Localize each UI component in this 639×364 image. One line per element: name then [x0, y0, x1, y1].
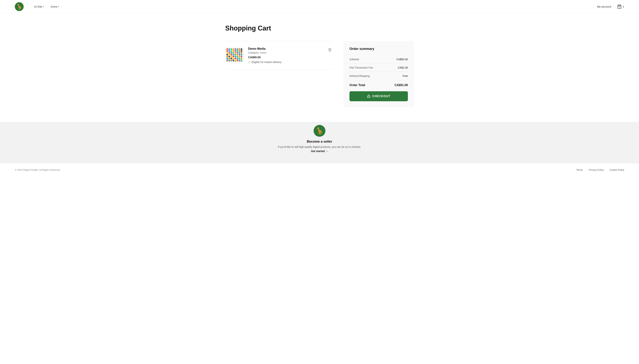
thumbnail-dot: [239, 54, 240, 56]
thumbnail-dot: [233, 54, 234, 56]
thumbnail-dot: [241, 54, 242, 56]
logo-circle: 🦒: [15, 2, 24, 11]
item-info: Demo Media Category: Icons CA$50.00 ✓ El…: [248, 47, 323, 64]
thumbnail-dot: [227, 56, 228, 57]
thumbnail-dot: [235, 56, 236, 57]
main-content: Shopping Cart Demo Media Category: Icons…: [218, 13, 421, 122]
become-seller-content: Become a seller If you'd like to sell hi…: [4, 140, 635, 153]
subtotal-row: Subtotal CA$50.00: [349, 55, 408, 64]
thumbnail-dot: [229, 60, 230, 61]
fee-label: Flat Transaction Fee: [349, 66, 373, 69]
thumbnail-dot: [227, 58, 228, 59]
item-name: Demo Media: [248, 47, 323, 50]
thumbnail-dot: [227, 48, 228, 50]
terms-link[interactable]: Terms: [576, 168, 583, 171]
subtotal-value: CA$50.00: [396, 58, 408, 61]
header-actions: My account 1: [597, 4, 624, 9]
thumbnail-dot: [229, 61, 230, 62]
thumbnail-dot: [239, 56, 240, 57]
nav-item-ui-kits[interactable]: UI Kits ▾: [31, 4, 47, 10]
cart-items-list: Demo Media Category: Icons CA$50.00 ✓ El…: [225, 41, 332, 70]
item-price: CA$50.00: [248, 56, 323, 59]
thumbnail-dot: [235, 60, 236, 61]
thumbnail-dot: [241, 50, 242, 52]
main-nav: UI Kits ▾ Icons ▾: [31, 4, 597, 10]
seller-logo-icon: 🦒: [315, 127, 324, 135]
thumbnail-dot: [231, 60, 232, 61]
thumbnail-dot: [229, 58, 230, 59]
order-summary-title: Order summary: [349, 47, 408, 51]
thumbnail-dot: [231, 58, 232, 59]
my-account-link[interactable]: My account: [597, 5, 611, 8]
copyright-text: © 2024 Digital Giraffe. All Rights Reser…: [15, 168, 60, 171]
cart-layout: Demo Media Category: Icons CA$50.00 ✓ El…: [225, 41, 414, 107]
thumbnail-dot: [239, 50, 240, 52]
thumbnail-dot: [239, 48, 240, 50]
logo-giraffe-icon: 🦒: [16, 4, 23, 9]
chevron-down-icon: ▾: [43, 5, 44, 8]
shipping-value: Free: [402, 74, 408, 78]
thumbnail-dot: [233, 61, 234, 62]
thumbnail-dot: [229, 48, 230, 50]
thumbnail-dot: [237, 48, 238, 50]
delete-item-button[interactable]: [327, 47, 332, 53]
thumbnail-dot: [239, 58, 240, 59]
shipping-row: Delivery/Shipping Free: [349, 72, 408, 80]
check-icon: ✓: [248, 60, 250, 64]
thumbnail-dot: [235, 50, 236, 52]
delivery-text: Eligible for instant delivery: [251, 60, 282, 64]
nav-label-icons: Icons: [51, 5, 57, 8]
thumbnail-dot: [237, 54, 238, 56]
checkout-label: CHECKOUT: [372, 94, 390, 98]
thumbnail-dot: [227, 61, 228, 62]
checkout-button[interactable]: CHECKOUT: [349, 91, 408, 101]
trash-icon: [328, 48, 332, 52]
footer-links: Terms Privacy Policy Cookie Policy: [576, 168, 624, 171]
thumbnail-dot: [233, 58, 234, 59]
thumbnail-dot: [241, 58, 242, 59]
thumbnail-dot: [229, 56, 230, 57]
thumbnail-dot: [237, 52, 238, 54]
subtotal-label: Subtotal: [349, 58, 359, 61]
thumbnail-dot: [241, 52, 242, 54]
seller-logo: 🦒: [314, 125, 325, 137]
thumbnail-dot: [237, 60, 238, 61]
nav-item-icons[interactable]: Icons ▾: [48, 4, 62, 10]
thumbnail-dot: [229, 54, 230, 56]
thumbnail-dot: [231, 48, 232, 50]
svg-rect-1: [367, 96, 370, 98]
privacy-policy-link[interactable]: Privacy Policy: [589, 168, 604, 171]
thumbnail-dot: [231, 61, 232, 62]
fee-row: Flat Transaction Fee CA$1.00: [349, 64, 408, 72]
thumbnail-dot: [239, 61, 240, 62]
total-value: CA$51.00: [395, 84, 408, 87]
thumbnail-dot: [237, 50, 238, 52]
get-started-link[interactable]: Get started →: [311, 150, 328, 152]
lock-icon: [367, 94, 370, 98]
header: 🦒 UI Kits ▾ Icons ▾ My account 1: [0, 0, 639, 13]
cookie-policy-link[interactable]: Cookie Policy: [609, 168, 624, 171]
thumbnail-dot: [235, 58, 236, 59]
thumbnail-dot: [235, 61, 236, 62]
thumbnail-dot: [231, 54, 232, 56]
thumbnail-dot: [235, 48, 236, 50]
item-delivery: ✓ Eligible for instant delivery: [248, 60, 323, 64]
footer: © 2024 Digital Giraffe. All Rights Reser…: [0, 163, 639, 176]
thumbnail-dot: [239, 52, 240, 54]
thumbnail-dot: [237, 58, 238, 59]
order-summary: Order summary Subtotal CA$50.00 Flat Tra…: [344, 41, 414, 107]
cart-button[interactable]: 1: [617, 4, 624, 9]
thumbnail-dot: [237, 56, 238, 57]
thumbnail-dot: [241, 56, 242, 57]
footer-section: 🦒 Become a seller If you'd like to sell …: [0, 122, 639, 176]
thumbnail-dot: [235, 52, 236, 54]
logo[interactable]: 🦒: [15, 2, 24, 11]
thumbnail-dot: [229, 50, 230, 52]
thumbnail-dot: [241, 48, 242, 50]
thumbnail-dot: [231, 56, 232, 57]
chevron-down-icon: ▾: [58, 5, 59, 8]
thumbnail-grid: [225, 47, 244, 62]
thumbnail-dot: [233, 52, 234, 54]
bottom-divider: [225, 70, 332, 70]
order-total-row: Order Total CA$51.00: [349, 80, 408, 91]
